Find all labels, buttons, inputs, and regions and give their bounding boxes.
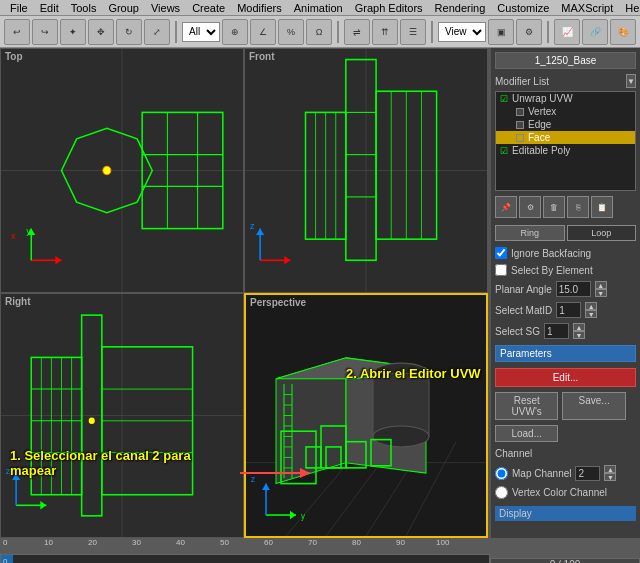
viewport-perspective[interactable]: Perspective (244, 293, 488, 538)
view-dropdown[interactable]: View (438, 22, 486, 42)
save-button[interactable]: Save... (562, 392, 625, 420)
sg-down[interactable]: ▼ (573, 331, 585, 339)
schematic-button[interactable]: 🔗 (582, 19, 608, 45)
display-section[interactable]: Display (495, 506, 636, 521)
ignore-backfacing-row: Ignore Backfacing (495, 247, 636, 259)
sep4 (547, 21, 549, 43)
redo-button[interactable]: ↪ (32, 19, 58, 45)
select-button[interactable]: ✦ (60, 19, 86, 45)
menu-bar: File Edit Tools Group Views Create Modif… (0, 0, 640, 16)
mod-face[interactable]: Face (496, 131, 635, 144)
align-button[interactable]: ⇈ (372, 19, 398, 45)
menu-customize[interactable]: Customize (491, 2, 555, 14)
menu-views[interactable]: Views (145, 2, 186, 14)
material-editor-button[interactable]: 🎨 (610, 19, 636, 45)
delete-modifier-icon[interactable]: 🗑 (543, 196, 565, 218)
mod-edge[interactable]: Edge (496, 118, 635, 131)
planar-angle-input[interactable] (556, 281, 591, 297)
mod-unwrap-label: Unwrap UVW (512, 93, 573, 104)
vertex-color-radio[interactable] (495, 486, 508, 499)
menu-maxscript[interactable]: MAXScript (555, 2, 619, 14)
mod-edge-label: Edge (528, 119, 551, 130)
select-matid-row: Select MatID ▲ ▼ (495, 302, 636, 318)
map-channel-input[interactable] (575, 466, 600, 481)
menu-file[interactable]: File (4, 2, 34, 14)
annotation-arrow-2 (486, 366, 488, 386)
parameters-section[interactable]: Parameters (495, 345, 636, 362)
mark-60: 60 (264, 538, 273, 547)
mod-vertex-label: Vertex (528, 106, 556, 117)
map-channel-up[interactable]: ▲ (604, 465, 616, 473)
timeline[interactable]: 0 0 / 100 (0, 554, 640, 563)
viewport-top[interactable]: Top x y (0, 48, 244, 293)
mod-face-bullet (516, 134, 524, 142)
menu-help[interactable]: Help (619, 2, 640, 14)
load-button[interactable]: Load... (495, 425, 558, 442)
viewport-right[interactable]: Right (0, 293, 244, 538)
select-matid-input[interactable] (556, 302, 581, 318)
map-channel-radio[interactable] (495, 467, 508, 480)
map-channel-spinner: ▲ ▼ (604, 465, 616, 481)
reset-uvws-button[interactable]: Reset UVW's (495, 392, 558, 420)
menu-graph-editors[interactable]: Graph Editors (349, 2, 429, 14)
edit-button[interactable]: Edit... (495, 368, 636, 387)
mirror-button[interactable]: ⇌ (344, 19, 370, 45)
config-icon[interactable]: ⚙ (519, 196, 541, 218)
menu-rendering[interactable]: Rendering (429, 2, 492, 14)
ring-loop-tabs: Ring Loop (495, 225, 636, 241)
tab-ring[interactable]: Ring (495, 225, 565, 241)
viewport-top-label: Top (5, 51, 23, 62)
mark-40: 40 (176, 538, 185, 547)
select-sg-input[interactable] (544, 323, 569, 339)
viewports-container: Top x y (0, 48, 490, 538)
timeline-track[interactable]: 0 (0, 554, 490, 563)
ignore-backfacing-checkbox[interactable] (495, 247, 507, 259)
select-by-element-checkbox[interactable] (495, 264, 507, 276)
spinner-snap-button[interactable]: Ω (306, 19, 332, 45)
sep1 (175, 21, 177, 43)
menu-group[interactable]: Group (102, 2, 145, 14)
angle-snap-button[interactable]: ∠ (250, 19, 276, 45)
paste-icon[interactable]: 📋 (591, 196, 613, 218)
modifier-list-dropdown[interactable]: ▼ (626, 74, 636, 88)
mod-unwrap-uvw[interactable]: ☑ Unwrap UVW (496, 92, 635, 105)
matid-up[interactable]: ▲ (585, 302, 597, 310)
tab-loop[interactable]: Loop (567, 225, 637, 241)
layer-button[interactable]: ☰ (400, 19, 426, 45)
mark-90: 90 (396, 538, 405, 547)
viewport-front[interactable]: Front (244, 48, 488, 293)
render-setup-button[interactable]: ⚙ (516, 19, 542, 45)
modifier-list-box: ☑ Unwrap UVW Vertex Edge Face ☑ Editable… (495, 91, 636, 191)
move-button[interactable]: ✥ (88, 19, 114, 45)
svg-text:z: z (6, 465, 11, 475)
menu-create[interactable]: Create (186, 2, 231, 14)
render-button[interactable]: ▣ (488, 19, 514, 45)
menu-modifiers[interactable]: Modifiers (231, 2, 288, 14)
mod-editable-poly[interactable]: ☑ Editable Poly (496, 144, 635, 157)
planar-angle-down[interactable]: ▼ (595, 289, 607, 297)
scale-button[interactable]: ⤢ (144, 19, 170, 45)
matid-down[interactable]: ▼ (585, 310, 597, 318)
svg-text:z: z (250, 220, 255, 230)
svg-text:x: x (11, 231, 16, 241)
copy-icon[interactable]: ⎘ (567, 196, 589, 218)
menu-tools[interactable]: Tools (65, 2, 103, 14)
select-by-element-label: Select By Element (511, 265, 593, 276)
map-channel-down[interactable]: ▼ (604, 473, 616, 481)
mark-30: 30 (132, 538, 141, 547)
menu-animation[interactable]: Animation (288, 2, 349, 14)
percent-snap-button[interactable]: % (278, 19, 304, 45)
menu-edit[interactable]: Edit (34, 2, 65, 14)
planar-angle-up[interactable]: ▲ (595, 281, 607, 289)
snap-button[interactable]: ⊕ (222, 19, 248, 45)
svg-marker-12 (55, 256, 61, 264)
rotate-button[interactable]: ↻ (116, 19, 142, 45)
viewport-right-label: Right (5, 296, 31, 307)
undo-button[interactable]: ↩ (4, 19, 30, 45)
sg-up[interactable]: ▲ (573, 323, 585, 331)
reference-dropdown[interactable]: All (182, 22, 220, 42)
curve-editor-button[interactable]: 📈 (554, 19, 580, 45)
mod-vertex[interactable]: Vertex (496, 105, 635, 118)
modifier-list-label: Modifier List (495, 76, 624, 87)
pin-icon[interactable]: 📌 (495, 196, 517, 218)
